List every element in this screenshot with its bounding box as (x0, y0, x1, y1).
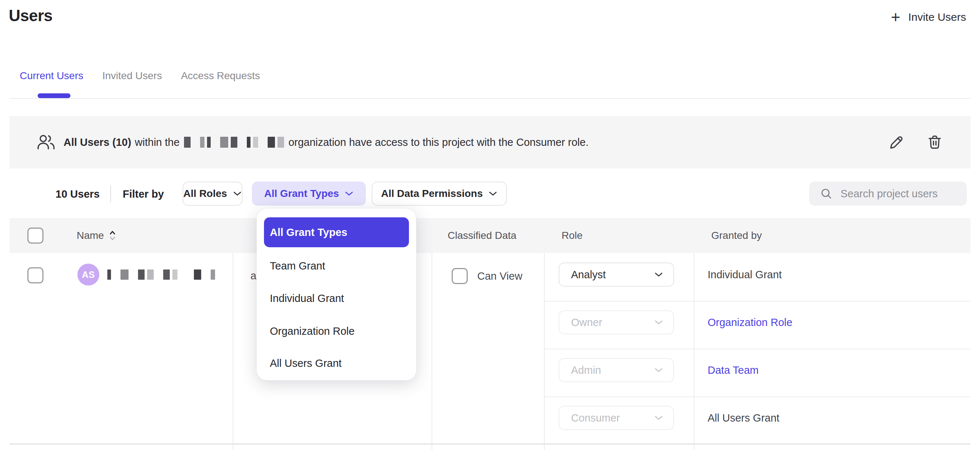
granted-by-value: All Users Grant (708, 406, 780, 430)
column-divider (431, 253, 432, 450)
active-tab-underline (38, 93, 70, 98)
all-roles-label: All Roles (183, 188, 227, 200)
redacted-user-name (107, 269, 215, 280)
can-view-label: Can View (477, 270, 522, 282)
all-grant-types-label: All Grant Types (264, 188, 339, 200)
column-divider (232, 253, 233, 450)
column-divider (694, 253, 694, 450)
banner-mid: within the (135, 136, 180, 149)
plus-icon: + (891, 12, 900, 22)
page-title: Users (9, 6, 52, 25)
menu-item-organization-role[interactable]: Organization Role (270, 315, 355, 347)
chevron-down-icon (654, 367, 663, 373)
search-input[interactable] (840, 188, 961, 200)
select-all-checkbox[interactable] (27, 228, 43, 244)
sort-icon (109, 230, 116, 242)
column-header-classified-data: Classified Data (448, 218, 516, 253)
users-count: 10 Users (56, 182, 100, 206)
granted-by-link[interactable]: Organization Role (708, 311, 792, 334)
avatar: AS (77, 264, 99, 285)
tab-bar: Current Users Invited Users Access Reque… (20, 70, 260, 82)
subrow-divider (544, 349, 970, 349)
search-icon (820, 187, 832, 200)
filter-by-label: Filter by (123, 182, 164, 206)
email-cell: a (250, 270, 256, 282)
redacted-organization-name (184, 137, 284, 148)
table-header: Name Classified Data Role Granted by (10, 218, 970, 253)
menu-item-team-grant[interactable]: Team Grant (270, 249, 325, 282)
tab-invited-users[interactable]: Invited Users (102, 70, 162, 82)
all-roles-dropdown[interactable]: All Roles (183, 182, 242, 206)
chevron-down-icon (488, 191, 497, 196)
tab-access-requests[interactable]: Access Requests (181, 70, 260, 82)
chevron-down-icon (654, 272, 663, 277)
chevron-down-icon (345, 191, 353, 196)
banner-tail: organization have access to this project… (288, 136, 589, 149)
filter-bar: 10 Users Filter by All Roles All Grant T… (0, 182, 980, 206)
delete-trash-icon[interactable] (926, 133, 943, 151)
banner-actions (887, 116, 943, 168)
can-view-checkbox[interactable] (452, 268, 468, 284)
role-select-consumer: Consumer (558, 406, 674, 430)
banner-text: All Users (10) within the organization h… (64, 136, 589, 149)
banner-bold: All Users (10) (64, 136, 131, 149)
divider (110, 185, 111, 203)
users-icon (37, 134, 56, 150)
column-header-role: Role (562, 218, 583, 253)
tab-current-users[interactable]: Current Users (20, 70, 83, 82)
edit-pencil-icon[interactable] (887, 133, 905, 151)
column-divider (544, 253, 545, 450)
row-checkbox[interactable] (27, 267, 43, 284)
subrow-divider (544, 396, 970, 397)
menu-item-individual-grant[interactable]: Individual Grant (270, 282, 344, 315)
tab-divider-line (10, 98, 970, 99)
all-grant-types-dropdown[interactable]: All Grant Types (252, 182, 366, 206)
chevron-down-icon (654, 415, 663, 421)
granted-by-link[interactable]: Data Team (708, 358, 759, 382)
column-header-granted-by: Granted by (711, 218, 762, 253)
all-data-permissions-dropdown[interactable]: All Data Permissions (372, 182, 507, 206)
role-select-owner: Owner (558, 311, 674, 334)
chevron-down-icon (233, 191, 242, 196)
invite-users-button[interactable]: + Invite Users (891, 11, 966, 23)
all-data-permissions-label: All Data Permissions (381, 188, 483, 200)
granted-by-value: Individual Grant (708, 263, 782, 287)
invite-users-label: Invite Users (908, 11, 966, 23)
grant-types-menu: All Grant Types Team Grant Individual Gr… (257, 209, 416, 380)
subrow-divider (544, 301, 970, 301)
row-divider (10, 444, 970, 445)
role-select-admin: Admin (558, 358, 674, 382)
all-users-banner: All Users (10) within the organization h… (10, 116, 970, 168)
menu-item-all-users-grant[interactable]: All Users Grant (270, 347, 342, 380)
search-box (809, 182, 967, 206)
role-select-analyst[interactable]: Analyst (558, 263, 674, 287)
chevron-down-icon (654, 320, 663, 325)
table-body: AS a Can View Analyst Individual Grant O… (0, 253, 980, 450)
column-header-name[interactable]: Name (77, 218, 116, 253)
menu-item-all-grant-types[interactable]: All Grant Types (264, 217, 409, 247)
classified-data-cell: Can View (452, 268, 522, 284)
